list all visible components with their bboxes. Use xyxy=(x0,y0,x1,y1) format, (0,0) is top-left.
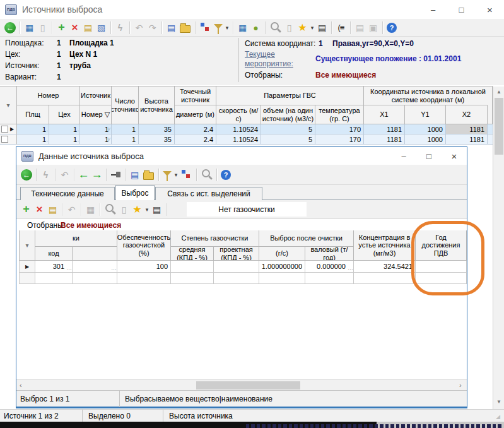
filter-icon[interactable] xyxy=(163,171,172,176)
col-group-gvs[interactable]: Параметры ГВС xyxy=(216,86,364,105)
report-icon[interactable]: ▦ xyxy=(23,21,36,35)
tab-svyaz[interactable]: Связь с ист. выделений xyxy=(155,187,262,200)
dropdown-icon[interactable]: ∨ xyxy=(107,136,110,142)
cell-koncentraciya[interactable] xyxy=(354,273,416,284)
prev-record-icon[interactable]: ← xyxy=(77,168,90,182)
cell-nomer[interactable]: 1∨ xyxy=(80,124,112,134)
cell-tseh[interactable]: 1… xyxy=(49,124,80,134)
chevron-down-icon[interactable]: ▾ xyxy=(173,168,179,182)
maximize-button[interactable]: □ xyxy=(447,0,476,19)
cell-god-pdv[interactable] xyxy=(416,273,467,284)
cell-vysota[interactable]: 35 xyxy=(139,134,175,145)
cell-proektnaya[interactable] xyxy=(214,273,259,284)
vertical-scrollbar[interactable]: ▲ ▼ xyxy=(493,86,504,409)
col-group-koordinaty[interactable]: Координаты источника в локальной системе… xyxy=(364,86,493,105)
child-maximize-button[interactable]: □ xyxy=(416,147,442,165)
edit-copy-icon[interactable]: ▧ xyxy=(95,21,108,35)
add-icon[interactable]: + xyxy=(55,21,68,35)
cell-nomer[interactable]: 1∨ xyxy=(80,134,112,145)
back-icon[interactable]: ← xyxy=(21,169,32,181)
scroll-down-icon[interactable]: ▼ xyxy=(496,399,501,405)
cell-skorost[interactable]: 1.10524 xyxy=(216,134,261,145)
search-icon[interactable] xyxy=(202,169,210,177)
cell-gs[interactable]: 1.000000000 xyxy=(259,261,305,273)
col-name[interactable] xyxy=(73,247,117,261)
cell-diametr[interactable]: 2.4 xyxy=(175,124,216,134)
cell-obyem[interactable]: 5 xyxy=(261,134,315,145)
undo-icon[interactable]: ↶ xyxy=(58,168,71,182)
help-icon[interactable]: ? xyxy=(221,170,231,180)
cell-temperatura[interactable]: 170 xyxy=(315,134,364,145)
ellipsis-button[interactable]: … xyxy=(111,265,116,271)
cell-plsch[interactable]: 1… xyxy=(17,134,49,145)
child-minimize-button[interactable]: – xyxy=(391,147,416,165)
pin-icon[interactable] xyxy=(109,168,122,182)
col-proektnaya[interactable]: проектная (КПД - %) xyxy=(214,247,259,261)
dropdown-icon[interactable]: ∨ xyxy=(107,126,110,132)
col-koncentraciya[interactable]: Концентрация в устье источника (мг/м3) xyxy=(354,230,416,261)
cell-obyem[interactable]: 5 xyxy=(261,124,315,134)
col-group-tochechny[interactable]: Точечный источник xyxy=(175,86,216,105)
current-event-link[interactable]: мероприятие: xyxy=(245,59,293,68)
cell-tseh[interactable]: 1… xyxy=(49,134,80,145)
col-y1[interactable]: Y1 xyxy=(405,105,446,124)
col-gs[interactable]: (г/с) xyxy=(259,247,305,261)
doc-icon[interactable]: ▯ xyxy=(283,21,296,35)
cell-diametr[interactable]: 2.4 xyxy=(175,134,216,145)
cell-valovy[interactable] xyxy=(305,273,354,284)
list-icon[interactable]: (≡ xyxy=(334,21,348,35)
cell-skorost[interactable]: 1.10524 xyxy=(216,124,261,134)
sort-icon[interactable] xyxy=(182,170,185,174)
cell-koncentraciya[interactable]: 324.5421 xyxy=(354,261,416,273)
ellipsis-button[interactable]: … xyxy=(74,136,79,143)
cell-vysota[interactable]: 35 xyxy=(139,124,175,134)
sort-icon[interactable] xyxy=(201,23,204,27)
current-event-link[interactable]: Текущее xyxy=(245,50,275,59)
undo-icon[interactable]: ↶ xyxy=(132,21,146,35)
next-record-icon[interactable]: → xyxy=(90,168,103,182)
col-valovy[interactable]: валовый (т/год) xyxy=(305,247,354,261)
redo-icon[interactable]: ↷ xyxy=(146,21,159,35)
lightning-icon[interactable]: ϟ xyxy=(39,168,52,182)
horizontal-scrollbar[interactable]: ‹ › xyxy=(16,379,467,390)
open-folder-icon[interactable] xyxy=(180,25,190,33)
turtle-icon[interactable]: ● xyxy=(249,21,262,35)
open-folder-icon[interactable] xyxy=(143,172,154,180)
cell-y1[interactable]: 1000 xyxy=(405,124,446,134)
cell-plsch[interactable]: 1… xyxy=(17,124,49,134)
chevron-down-icon[interactable]: ▾ xyxy=(309,21,315,35)
cell-god-pdv[interactable] xyxy=(416,261,467,273)
cell-x1[interactable]: 1181 xyxy=(364,134,405,145)
col-temperatura[interactable]: температура (гр. С) xyxy=(315,105,364,124)
chart-icon[interactable]: ▦ xyxy=(84,203,97,217)
doc-icon[interactable]: ▯ xyxy=(117,203,131,217)
cell-valovy[interactable]: 0.000000… xyxy=(305,261,354,273)
help-icon[interactable]: ? xyxy=(387,23,397,33)
cell-kod[interactable] xyxy=(35,273,73,284)
delete-icon[interactable]: × xyxy=(68,21,81,35)
cell-x1[interactable]: 1181 xyxy=(364,124,405,134)
row-selector-cell[interactable]: ▶ xyxy=(19,261,35,273)
scroll-up-icon[interactable]: ▲ xyxy=(496,89,501,95)
tab-tekhnicheskie-dannye[interactable]: Технические данные xyxy=(20,187,115,200)
search-icon[interactable] xyxy=(105,204,114,212)
selector-dropdown-icon[interactable]: ▾ xyxy=(6,102,9,109)
ellipsis-button[interactable]: … xyxy=(43,136,48,143)
row-selector-header[interactable]: ▾ xyxy=(19,230,35,261)
ellipsis-button[interactable]: … xyxy=(74,126,79,133)
col-obespechennost[interactable]: Обеспеченность газоочисткой (%) xyxy=(117,230,171,261)
cell-chislo[interactable]: 1 xyxy=(112,124,139,134)
col-x1[interactable]: X1 xyxy=(364,105,405,124)
col-vysota[interactable]: Высота источника xyxy=(139,86,175,124)
cell-obespechennost[interactable] xyxy=(117,273,171,284)
copy-icon[interactable]: ▤ xyxy=(81,21,95,35)
search-icon[interactable] xyxy=(271,22,279,30)
cell-name[interactable] xyxy=(73,273,117,284)
cell-name[interactable]: … xyxy=(73,261,117,273)
lightning-icon[interactable]: ϟ xyxy=(114,21,127,35)
cell-x2[interactable]: 1181 xyxy=(446,134,488,145)
col-plsch[interactable]: Плщ xyxy=(17,105,49,124)
tab-vybros[interactable]: Выброс xyxy=(115,185,155,200)
copy-icon[interactable]: ▤ xyxy=(46,203,59,217)
scroll-right-icon[interactable]: › xyxy=(459,381,462,389)
